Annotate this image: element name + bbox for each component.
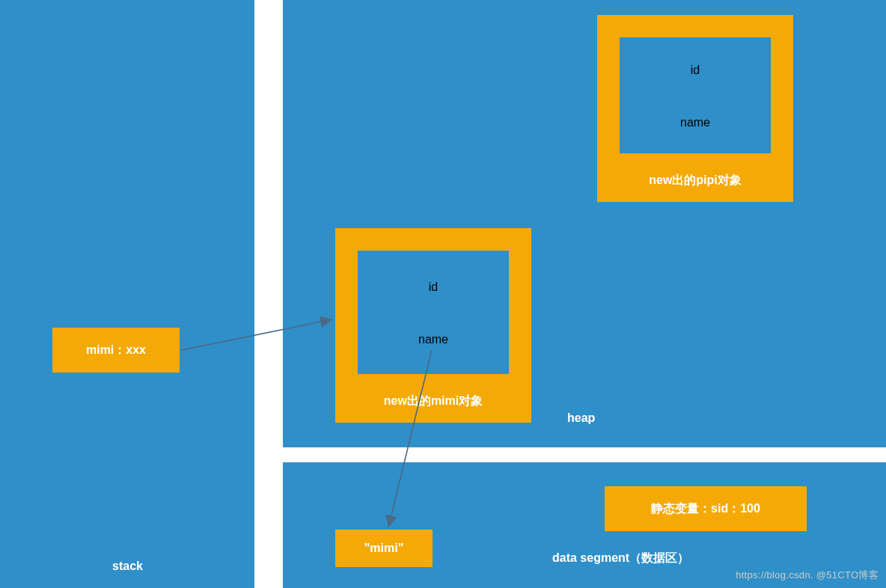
watermark: https://blog.csdn. @51CTO博客 bbox=[736, 569, 879, 582]
mimi-inner: id name bbox=[358, 251, 509, 374]
heap-obj-mimi: id name new出的mimi对象 bbox=[335, 228, 531, 423]
stack-var-mimi: mimi：xxx bbox=[52, 328, 180, 373]
heap-obj-pipi: id name new出的pipi对象 bbox=[597, 15, 793, 202]
mimi-title: new出的mimi对象 bbox=[335, 393, 531, 409]
mimi-field-name: name bbox=[358, 333, 509, 346]
data-segment-label: data segment（数据区） bbox=[552, 551, 689, 566]
stack-var-label: mimi：xxx bbox=[86, 343, 146, 356]
string-literal: "mimi" bbox=[335, 530, 433, 567]
static-var: 静态变量：sid：100 bbox=[605, 486, 807, 531]
stack-label: stack bbox=[112, 560, 143, 573]
pipi-field-id: id bbox=[620, 64, 771, 77]
pipi-title: new出的pipi对象 bbox=[597, 173, 793, 189]
heap-label: heap bbox=[567, 411, 595, 425]
mimi-field-id: id bbox=[358, 281, 509, 294]
heap-region: id name new出的pipi对象 id name new出的mimi对象 … bbox=[283, 0, 886, 447]
pipi-field-name: name bbox=[620, 116, 771, 129]
string-literal-text: "mimi" bbox=[364, 542, 404, 554]
static-var-text: 静态变量：sid：100 bbox=[651, 502, 760, 515]
pipi-inner: id name bbox=[620, 37, 771, 153]
stack-region: mimi：xxx stack bbox=[0, 0, 254, 588]
